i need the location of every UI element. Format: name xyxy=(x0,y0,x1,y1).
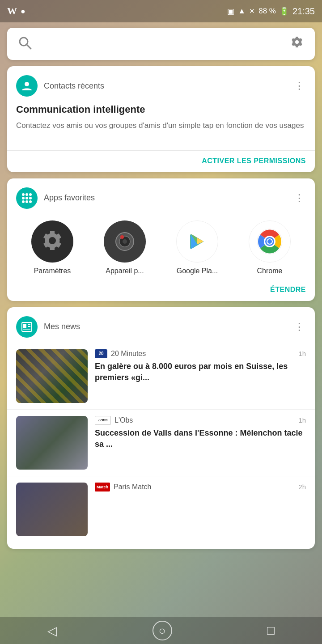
svg-line-1 xyxy=(27,45,31,49)
news-source-left-2: LOBS L'Obs xyxy=(95,416,133,425)
apps-expand-section: ÉTENDRE xyxy=(7,286,315,301)
svg-point-9 xyxy=(22,200,25,203)
search-bar[interactable] xyxy=(7,28,315,60)
news-item-3[interactable]: Match Paris Match 2h xyxy=(7,476,315,545)
back-button[interactable]: ◁ xyxy=(47,623,57,638)
app-label-playstore: Google Pla... xyxy=(177,267,218,275)
news-item-1[interactable]: 20 20 Minutes 1h En galère ou à 8.000 eu… xyxy=(7,343,315,410)
news-content-1: 20 20 Minutes 1h En galère ou à 8.000 eu… xyxy=(95,349,306,383)
news-card-header: Mes news ⋮ xyxy=(7,307,315,343)
app-item-chrome[interactable]: Chrome xyxy=(243,220,297,275)
gear-icon[interactable] xyxy=(290,36,304,52)
app-label-chrome: Chrome xyxy=(257,267,283,275)
svg-point-16 xyxy=(120,235,124,239)
clock: 21:35 xyxy=(292,6,315,17)
source-name-obs: L'Obs xyxy=(114,416,133,424)
svg-point-2 xyxy=(25,82,29,86)
news-card: Mes news ⋮ 20 20 Minutes 1h En galère ou… xyxy=(7,307,315,549)
news-source-row-2: LOBS L'Obs 1h xyxy=(95,416,306,425)
news-more-button[interactable]: ⋮ xyxy=(292,319,306,335)
source-name-20min: 20 Minutes xyxy=(111,350,146,358)
wiko-logo-icon: W xyxy=(7,5,17,17)
apps-grid: Paramètres Appareil p... xyxy=(7,214,315,286)
battery-level: 88 % xyxy=(258,7,276,16)
contacts-recent-card: Contacts récents ⋮ Communication intelli… xyxy=(7,66,315,172)
source-badge-20min: 20 xyxy=(95,349,107,358)
source-badge-pm: Match xyxy=(95,483,110,491)
playstore-icon xyxy=(176,220,218,263)
search-icon xyxy=(18,36,32,52)
source-name-pm: Paris Match xyxy=(114,483,151,491)
svg-point-6 xyxy=(22,197,25,199)
contacts-card-body: Communication intelligente Contactez vos… xyxy=(7,102,315,150)
svg-point-15 xyxy=(123,239,127,244)
svg-point-7 xyxy=(25,197,28,199)
status-left: W ● xyxy=(7,5,25,17)
news-source-left-3: Match Paris Match xyxy=(95,483,151,491)
news-time-3: 2h xyxy=(298,483,306,491)
svg-point-10 xyxy=(25,200,28,203)
navigation-bar: ◁ ○ □ xyxy=(0,617,322,644)
vibrate-icon: ▣ xyxy=(227,7,234,16)
svg-point-5 xyxy=(29,193,32,196)
news-headline-2: Succession de Valls dans l'Essonne : Mél… xyxy=(95,428,306,450)
camera-icon xyxy=(104,220,146,263)
app-item-playstore[interactable]: Google Pla... xyxy=(170,220,224,275)
news-headline-1: En galère ou à 8.000 euros par mois en S… xyxy=(95,361,306,383)
svg-point-8 xyxy=(29,197,32,199)
source-badge-obs: LOBS xyxy=(95,416,111,425)
news-source-row-1: 20 20 Minutes 1h xyxy=(95,349,306,358)
svg-point-4 xyxy=(25,193,28,196)
app-item-settings[interactable]: Paramètres xyxy=(25,220,79,275)
app-label-camera: Appareil p... xyxy=(106,267,144,275)
app-label-settings: Paramètres xyxy=(34,267,71,275)
home-button[interactable]: ○ xyxy=(153,621,172,640)
contacts-card-title: Contacts récents xyxy=(44,81,104,91)
news-time-2: 1h xyxy=(298,416,306,424)
card-header-left: Contacts récents xyxy=(16,75,104,97)
news-content-2: LOBS L'Obs 1h Succession de Valls dans l… xyxy=(95,416,306,450)
news-thumb-1 xyxy=(16,349,88,403)
apps-card-title: Apps favorites xyxy=(44,193,95,203)
contacts-description: Contactez vos amis ou vos groupes d'amis… xyxy=(16,120,306,131)
apps-favorites-card: Apps favorites ⋮ Paramètres xyxy=(7,178,315,301)
news-thumb-3 xyxy=(16,483,88,536)
news-content-3: Match Paris Match 2h xyxy=(95,483,306,491)
apps-header-left: Apps favorites xyxy=(16,187,95,209)
contacts-more-button[interactable]: ⋮ xyxy=(292,78,306,93)
status-icon: ● xyxy=(21,7,25,16)
news-header-left: Mes news xyxy=(16,316,80,338)
status-right: ▣ ▲ ✕ 88 % 🔋 21:35 xyxy=(227,6,315,17)
app-item-camera[interactable]: Appareil p... xyxy=(98,220,152,275)
apps-icon-circle xyxy=(16,187,38,209)
card-divider xyxy=(7,150,315,151)
svg-point-3 xyxy=(22,193,25,196)
chrome-icon xyxy=(249,220,291,263)
recents-button[interactable]: □ xyxy=(267,623,275,638)
expand-apps-button[interactable]: ÉTENDRE xyxy=(270,286,306,294)
settings-icon xyxy=(31,220,73,263)
contacts-main-title: Communication intelligente xyxy=(16,104,306,115)
contacts-icon-circle xyxy=(16,75,38,97)
wifi-icon: ▲ xyxy=(238,7,246,16)
apps-more-button[interactable]: ⋮ xyxy=(292,191,306,206)
news-thumb-2 xyxy=(16,416,88,470)
main-content: Contacts récents ⋮ Communication intelli… xyxy=(0,22,322,554)
svg-point-11 xyxy=(29,200,32,203)
card-header: Contacts récents ⋮ xyxy=(7,66,315,102)
battery-icon: 🔋 xyxy=(280,7,289,16)
status-bar: W ● ▣ ▲ ✕ 88 % 🔋 21:35 xyxy=(0,0,322,22)
svg-point-24 xyxy=(267,239,272,244)
news-icon-circle xyxy=(16,316,38,338)
news-item-2[interactable]: LOBS L'Obs 1h Succession de Valls dans l… xyxy=(7,410,315,476)
news-time-1: 1h xyxy=(298,350,306,357)
contacts-action: ACTIVER LES PERMISSIONS xyxy=(7,157,315,172)
signal-icon: ✕ xyxy=(249,7,255,15)
news-card-title: Mes news xyxy=(44,322,80,331)
activate-permissions-button[interactable]: ACTIVER LES PERMISSIONS xyxy=(202,157,306,165)
apps-card-header: Apps favorites ⋮ xyxy=(7,178,315,214)
news-source-left-1: 20 20 Minutes xyxy=(95,349,146,358)
news-source-row-3: Match Paris Match 2h xyxy=(95,483,306,491)
svg-rect-26 xyxy=(23,324,26,328)
